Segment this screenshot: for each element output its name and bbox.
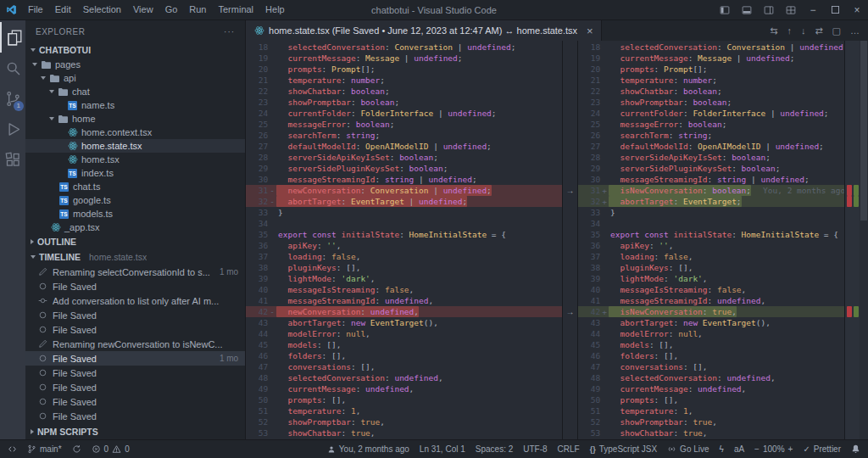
code-line-41[interactable]: 41 messageStreamingId: undefined,	[578, 295, 844, 306]
code-line-22[interactable]: 22 showChatbar: boolean;	[246, 86, 562, 97]
swap-sides-icon[interactable]: ⇄	[815, 25, 822, 36]
tree-item-models-ts[interactable]: TSmodels.ts	[25, 207, 245, 221]
activity-extensions[interactable]	[0, 144, 25, 175]
prettier-status[interactable]: ✓ Prettier	[803, 444, 841, 454]
tree-item-google-ts[interactable]: TSgoogle.ts	[25, 193, 245, 207]
code-line-43[interactable]: 43 abortTarget: new EventTarget(),	[578, 317, 844, 328]
code-line-47[interactable]: 47 conversations: [],	[246, 361, 562, 372]
code-line-25[interactable]: 25 messageError: boolean;	[578, 119, 844, 130]
more-actions-icon[interactable]: ···	[224, 27, 235, 36]
editor-scrollbar[interactable]	[860, 41, 868, 439]
code-line-29[interactable]: 29 serverSidePluginKeysSet: boolean;	[246, 163, 562, 174]
zoom-in-icon[interactable]: +	[788, 444, 793, 454]
language-status[interactable]: {} TypeScript JSX	[590, 444, 657, 454]
code-line-37[interactable]: 37 loading: false,	[246, 251, 562, 262]
tree-item-home[interactable]: home	[25, 112, 245, 126]
code-line-32[interactable]: 32- abortTarget: EventTarget | undefined…	[246, 196, 562, 207]
minimize-button[interactable]: −	[802, 0, 824, 20]
tree-item--app-tsx[interactable]: _app.tsx	[25, 221, 245, 234]
cursor-position-status[interactable]: Ln 31, Col 1	[420, 444, 465, 454]
code-line-44[interactable]: 44 modelError: null,	[246, 328, 562, 339]
code-line-49[interactable]: 49 currentMessage: undefined,	[578, 383, 844, 394]
code-line-32[interactable]: 32+ abortTarget: EventTarget;	[578, 196, 844, 207]
code-line-30[interactable]: 30 messageStreamingId: string | undefine…	[578, 174, 844, 185]
code-line-44[interactable]: 44 modelError: null,	[578, 328, 844, 339]
customize-layout-icon[interactable]	[780, 0, 802, 20]
project-section-header[interactable]: CHATBOTUI	[25, 42, 245, 58]
code-line-48[interactable]: 48 selectedConversation: undefined,	[578, 372, 844, 383]
timeline-section-header[interactable]: TIMELINE home.state.tsx	[25, 249, 245, 265]
tree-item-index-ts[interactable]: TSindex.ts	[25, 166, 245, 180]
code-line-34[interactable]: 34	[246, 218, 562, 229]
code-line-34[interactable]: 34	[578, 218, 844, 229]
toggle-secondary-sidebar-icon[interactable]	[758, 0, 780, 20]
maximize-button[interactable]	[824, 0, 846, 20]
tree-item-pages[interactable]: pages	[25, 58, 245, 71]
menu-edit[interactable]: Edit	[49, 0, 77, 20]
scrollbar-thumb[interactable]	[860, 41, 867, 221]
code-line-53[interactable]: 53 showChatbar: true,	[246, 427, 562, 438]
code-line-23[interactable]: 23 showPromptbar: boolean;	[246, 97, 562, 108]
close-button[interactable]: ×	[846, 0, 868, 20]
code-line-18[interactable]: 18 selectedConversation: Conversation | …	[578, 42, 844, 53]
code-line-23[interactable]: 23 showPromptbar: boolean;	[578, 97, 844, 108]
code-line-36[interactable]: 36 apiKey: '',	[578, 240, 844, 251]
timeline-item[interactable]: File Saved	[25, 308, 245, 322]
code-line-43[interactable]: 43 abortTarget: new EventTarget(),	[246, 317, 562, 328]
timeline-item[interactable]: File Saved	[25, 322, 245, 337]
notifications-bell-icon[interactable]	[851, 444, 860, 454]
toggle-sidebar-icon[interactable]	[714, 0, 736, 20]
tree-item-home-context-tsx[interactable]: home.context.tsx	[25, 126, 245, 139]
code-line-51[interactable]: 51 temperature: 1,	[246, 405, 562, 416]
code-line-24[interactable]: 24 currentFolder: FolderInterface | unde…	[246, 108, 562, 119]
code-line-39[interactable]: 39 lightMode: 'dark',	[578, 273, 844, 284]
timeline-item[interactable]: File Saved	[25, 394, 245, 409]
menu-go[interactable]: Go	[159, 0, 184, 20]
more-actions-icon[interactable]: …	[850, 25, 860, 36]
zoom-out-icon[interactable]: −	[754, 444, 760, 454]
menu-terminal[interactable]: Terminal	[213, 0, 260, 20]
code-line-25[interactable]: 25 messageError: boolean;	[246, 119, 562, 130]
code-line-40[interactable]: 40 messageIsStreaming: false,	[246, 284, 562, 295]
code-line-42[interactable]: 42- newConversation: undefined,	[246, 306, 562, 317]
problems-status[interactable]: 0 0	[92, 444, 130, 454]
menu-help[interactable]: Help	[259, 0, 291, 20]
timeline-item[interactable]: File Saved	[25, 380, 245, 394]
branch-status[interactable]: main*	[27, 444, 62, 454]
code-line-35[interactable]: 35export const initialState: HomeInitial…	[246, 229, 562, 240]
menu-selection[interactable]: Selection	[77, 0, 127, 20]
code-line-20[interactable]: 20 prompts: Prompt[];	[246, 64, 562, 75]
code-line-47[interactable]: 47 conversations: [],	[578, 361, 844, 372]
code-line-46[interactable]: 46 folders: [],	[578, 350, 844, 361]
tree-item-chat-ts[interactable]: TSchat.ts	[25, 180, 245, 193]
tree-item-home-tsx[interactable]: home.tsx	[25, 153, 245, 166]
tree-item-chat[interactable]: chat	[25, 85, 245, 98]
timeline-item[interactable]: File Saved1 mo	[25, 351, 245, 366]
go-live-status[interactable]: Go Live	[667, 444, 709, 454]
code-line-53[interactable]: 53 showChatbar: true,	[578, 427, 844, 438]
menu-view[interactable]: View	[127, 0, 159, 20]
revert-change-arrow-icon[interactable]: →	[564, 306, 576, 317]
previous-change-icon[interactable]: ↑	[787, 25, 792, 36]
inline-view-icon[interactable]: ⇆	[770, 25, 777, 36]
toggle-panel-icon[interactable]	[736, 0, 758, 20]
timeline-item[interactable]: File Saved	[25, 366, 245, 380]
next-change-icon[interactable]: ↓	[801, 25, 806, 36]
code-line-33[interactable]: 33}	[246, 207, 562, 218]
code-line-27[interactable]: 27 defaultModelId: OpenAIModelID | undef…	[578, 141, 844, 152]
code-line-37[interactable]: 37 loading: false,	[578, 251, 844, 262]
code-line-19[interactable]: 19 currentMessage: Message | undefined;	[578, 53, 844, 64]
code-line-51[interactable]: 51 temperature: 1,	[578, 405, 844, 416]
code-line-33[interactable]: 33}	[578, 207, 844, 218]
code-line-40[interactable]: 40 messageIsStreaming: false,	[578, 284, 844, 295]
timeline-item[interactable]: File Saved	[25, 279, 245, 293]
activity-search[interactable]	[0, 53, 25, 83]
tree-item-api[interactable]: api	[25, 71, 245, 85]
code-line-30[interactable]: 30 messageStreamingId: string | undefine…	[246, 174, 562, 185]
tab-close-icon[interactable]: ×	[587, 25, 593, 37]
encoding-status[interactable]: UTF-8	[523, 444, 547, 454]
code-line-18[interactable]: 18 selectedConversation: Conversation | …	[246, 42, 562, 53]
zoom-status[interactable]: − 100% +	[754, 444, 793, 454]
code-line-38[interactable]: 38 pluginKeys: [],	[578, 262, 844, 273]
code-line-45[interactable]: 45 models: [],	[246, 339, 562, 350]
